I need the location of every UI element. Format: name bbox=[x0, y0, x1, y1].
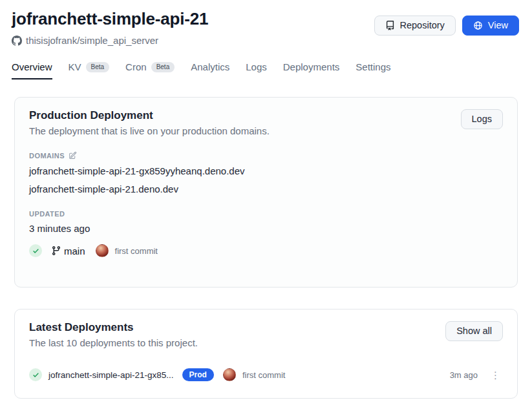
row-menu-icon[interactable]: ⋮ bbox=[488, 369, 503, 381]
project-overview-page: jofranchett-simple-api-21 thisisjofrank/… bbox=[0, 0, 532, 399]
success-check-icon bbox=[29, 368, 42, 381]
success-check-icon bbox=[29, 244, 42, 257]
tab-label: Deployments bbox=[283, 61, 340, 72]
domain-link[interactable]: jofranchett-simple-api-21-gx859yyheanq.d… bbox=[29, 165, 503, 178]
production-card-header: Production Deployment The deployment tha… bbox=[29, 109, 503, 136]
repo-book-icon bbox=[385, 21, 395, 30]
deployment-time: 3m ago bbox=[450, 370, 478, 380]
branch-link[interactable]: main bbox=[51, 246, 85, 257]
tab-label: Analytics bbox=[191, 61, 229, 72]
show-all-button[interactable]: Show all bbox=[445, 321, 503, 341]
globe-icon bbox=[473, 21, 483, 30]
committer-avatar bbox=[223, 368, 236, 381]
tab-overview[interactable]: Overview bbox=[12, 61, 52, 79]
tab-label: Logs bbox=[246, 61, 267, 72]
production-card-titles: Production Deployment The deployment tha… bbox=[29, 109, 270, 136]
prod-badge: Prod bbox=[182, 368, 214, 381]
tab-deployments[interactable]: Deployments bbox=[283, 61, 340, 79]
tab-label: Overview bbox=[12, 61, 52, 72]
commit-message[interactable]: first commit bbox=[115, 246, 158, 256]
github-repo-link[interactable]: thisisjofrank/simple_api_server bbox=[12, 35, 208, 46]
domains-section: Domains jofranchett-simple-api-21-gx859y… bbox=[29, 151, 503, 196]
production-card-subtitle: The deployment that is live on your prod… bbox=[29, 125, 270, 136]
production-deployment-card: Production Deployment The deployment tha… bbox=[14, 97, 518, 288]
tab-logs[interactable]: Logs bbox=[246, 61, 267, 79]
deployments-card-subtitle: The last 10 deployments to this project. bbox=[29, 337, 198, 348]
domain-link[interactable]: jofranchett-simple-api-21.deno.dev bbox=[29, 183, 503, 196]
tab-settings[interactable]: Settings bbox=[356, 61, 390, 79]
updated-value: 3 minutes ago bbox=[29, 223, 503, 234]
deployments-card-title: Latest Deployments bbox=[29, 321, 198, 334]
git-branch-icon bbox=[51, 246, 61, 256]
tab-label: Settings bbox=[356, 61, 390, 72]
github-icon bbox=[12, 36, 22, 46]
production-card-title: Production Deployment bbox=[29, 109, 270, 122]
committer-avatar bbox=[96, 244, 109, 257]
logs-button[interactable]: Logs bbox=[461, 109, 503, 129]
domains-label-row: Domains bbox=[29, 151, 503, 160]
deployment-row: jofranchett-simple-api-21-gx85... Prod f… bbox=[29, 366, 503, 384]
tab-cron[interactable]: Cron Beta bbox=[125, 61, 175, 79]
deployment-row-right: 3m ago ⋮ bbox=[450, 369, 503, 381]
tab-label: KV bbox=[69, 61, 81, 72]
tab-label: Cron bbox=[125, 61, 147, 72]
deployment-name[interactable]: jofranchett-simple-api-21-gx85... bbox=[48, 370, 174, 380]
view-button-label: View bbox=[488, 21, 508, 30]
production-status-row: main first commit bbox=[29, 244, 503, 275]
tab-analytics[interactable]: Analytics bbox=[191, 61, 229, 79]
updated-label: Updated bbox=[29, 210, 503, 218]
header-left: jofranchett-simple-api-21 thisisjofrank/… bbox=[12, 9, 208, 46]
repository-button-label: Repository bbox=[400, 21, 445, 30]
page-header: jofranchett-simple-api-21 thisisjofrank/… bbox=[12, 9, 519, 46]
beta-badge: Beta bbox=[151, 62, 175, 72]
page-title: jofranchett-simple-api-21 bbox=[12, 9, 208, 29]
tab-kv[interactable]: KV Beta bbox=[69, 61, 110, 79]
repo-name: thisisjofrank/simple_api_server bbox=[26, 35, 158, 46]
commit-message: first commit bbox=[242, 370, 285, 380]
view-button[interactable]: View bbox=[462, 16, 519, 36]
deployments-card-header: Latest Deployments The last 10 deploymen… bbox=[29, 321, 503, 348]
repository-button[interactable]: Repository bbox=[374, 16, 456, 36]
updated-section: Updated 3 minutes ago bbox=[29, 210, 503, 234]
beta-badge: Beta bbox=[86, 62, 110, 72]
branch-name: main bbox=[64, 246, 85, 257]
header-actions: Repository View bbox=[374, 16, 519, 36]
edit-domains-icon[interactable] bbox=[69, 151, 77, 160]
tab-bar: Overview KV Beta Cron Beta Analytics Log… bbox=[12, 61, 519, 79]
deployments-card-titles: Latest Deployments The last 10 deploymen… bbox=[29, 321, 198, 348]
domains-label: Domains bbox=[29, 152, 65, 160]
latest-deployments-card: Latest Deployments The last 10 deploymen… bbox=[14, 309, 518, 399]
